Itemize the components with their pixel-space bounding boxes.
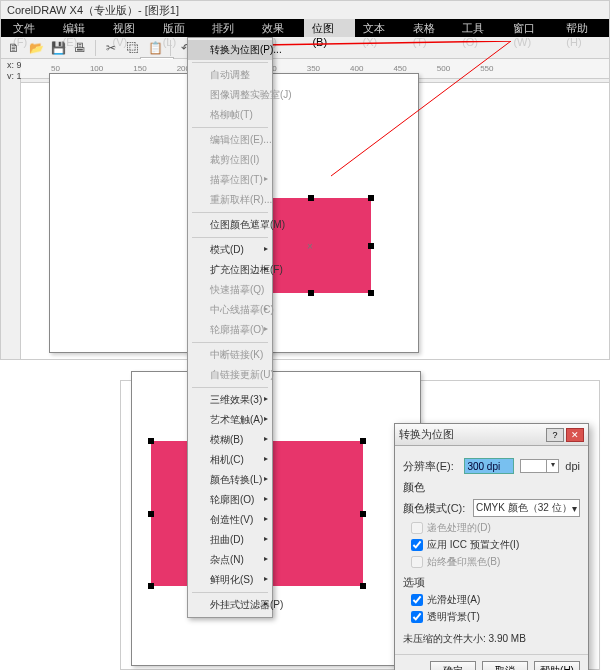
cancel-button[interactable]: 取消 (482, 661, 528, 670)
bitmap-menu-item-2: 自动调整 (188, 65, 272, 85)
h2-tl[interactable] (148, 438, 154, 444)
bitmap-menu-item-6: 编辑位图(E)... (188, 130, 272, 150)
resolution-label: 分辨率(E): (403, 459, 458, 474)
help-button[interactable]: 帮助(H) (534, 661, 580, 670)
dither-checkbox (411, 522, 423, 534)
menu-2[interactable]: 视图(V) (105, 19, 155, 37)
handle-b[interactable] (308, 290, 314, 296)
bitmap-menu-item-11[interactable]: 位图颜色遮罩(M) (188, 215, 272, 235)
new-icon[interactable]: 🗎 (5, 39, 23, 57)
bitmap-menu-item-9: 重新取样(R)... (188, 190, 272, 210)
bitmap-menu-item-27[interactable]: 轮廓图(O)▸ (188, 490, 272, 510)
bitmap-menu: 转换为位图(P)...自动调整图像调整实验室(J)格柳帧(T)编辑位图(E)..… (187, 37, 273, 618)
menu-10[interactable]: 窗口(W) (505, 19, 558, 37)
h2-r[interactable] (360, 511, 366, 517)
menu-11[interactable]: 帮助(H) (558, 19, 609, 37)
bitmap-menu-item-33[interactable]: 外挂式过滤器(P)▸ (188, 595, 272, 615)
dialog-title: 转换为位图 (399, 427, 454, 442)
bitmap-menu-item-25[interactable]: 相机(C)▸ (188, 450, 272, 470)
ok-button[interactable]: 确定 (430, 661, 476, 670)
bitmap-menu-item-4: 格柳帧(T) (188, 105, 272, 125)
resolution-unit-combo[interactable]: ▾ (520, 459, 559, 473)
bitmap-menu-item-22[interactable]: 三维效果(3)▸ (188, 390, 272, 410)
file-size-text: 未压缩的文件大小: 3.90 MB (403, 632, 580, 646)
h2-tr[interactable] (360, 438, 366, 444)
cut-icon[interactable]: ✂ (102, 39, 120, 57)
menu-7[interactable]: 文本(X) (355, 19, 405, 37)
menu-0[interactable]: 文件(F) (5, 19, 55, 37)
menu-6[interactable]: 位图(B) (304, 19, 354, 37)
coreldraw-window: CorelDRAW X4（专业版）- [图形1] 文件(F)编辑(E)视图(V)… (0, 0, 610, 360)
resolution-unit: dpi (565, 460, 580, 472)
app-title: CorelDRAW X4（专业版）- [图形1] (7, 3, 179, 18)
bitmap-menu-item-0[interactable]: 转换为位图(P)... (188, 40, 272, 60)
bitmap-menu-item-19: 中断链接(K) (188, 345, 272, 365)
help-icon[interactable]: ? (546, 428, 564, 442)
bitmap-menu-item-26[interactable]: 颜色转换(L)▸ (188, 470, 272, 490)
menubar: 文件(F)编辑(E)视图(V)版面(L)排列(A)效果(C)位图(B)文本(X)… (1, 19, 609, 37)
resolution-input[interactable] (464, 458, 514, 474)
antialias-checkbox[interactable] (411, 594, 423, 606)
bitmap-menu-item-30[interactable]: 杂点(N)▸ (188, 550, 272, 570)
h2-br[interactable] (360, 583, 366, 589)
bitmap-menu-item-17: 轮廓描摹(O)▸ (188, 320, 272, 340)
menu-3[interactable]: 版面(L) (155, 19, 204, 37)
bitmap-menu-item-7: 裁剪位图(I) (188, 150, 272, 170)
h2-bl[interactable] (148, 583, 154, 589)
bitmap-menu-item-31[interactable]: 鲜明化(S)▸ (188, 570, 272, 590)
bitmap-menu-item-23[interactable]: 艺术笔触(A)▸ (188, 410, 272, 430)
bitmap-menu-item-14[interactable]: 扩充位图边框(F)▸ (188, 260, 272, 280)
bitmap-menu-item-16: 中心线描摹(C)▸ (188, 300, 272, 320)
menu-5[interactable]: 效果(C) (254, 19, 305, 37)
bitmap-menu-item-15: 快速描摹(Q) (188, 280, 272, 300)
h2-l[interactable] (148, 511, 154, 517)
color-mode-label: 颜色模式(C): (403, 501, 467, 516)
convert-to-bitmap-dialog: 转换为位图 ? ✕ 分辨率(E): ▾ dpi 颜色 颜色模式(C): CMYK… (394, 423, 589, 670)
bitmap-menu-item-8: 描摹位图(T)▸ (188, 170, 272, 190)
options-section: 选项 (403, 575, 580, 590)
toolbox[interactable] (1, 79, 21, 359)
handle-tr[interactable] (368, 195, 374, 201)
bitmap-menu-item-24[interactable]: 模糊(B)▸ (188, 430, 272, 450)
color-mode-select[interactable]: CMYK 颜色（32 位）▾ (473, 499, 580, 517)
bitmap-menu-item-28[interactable]: 创造性(V)▸ (188, 510, 272, 530)
overprint-black-checkbox (411, 556, 423, 568)
handle-br[interactable] (368, 290, 374, 296)
handle-t[interactable] (308, 195, 314, 201)
icc-checkbox[interactable] (411, 539, 423, 551)
titlebar: CorelDRAW X4（专业版）- [图形1] (1, 1, 609, 19)
bitmap-menu-item-29[interactable]: 扭曲(D)▸ (188, 530, 272, 550)
save-icon[interactable]: 💾 (49, 39, 67, 57)
menu-1[interactable]: 编辑(E) (55, 19, 105, 37)
workspace[interactable]: × (21, 83, 609, 359)
bitmap-menu-item-13[interactable]: 模式(D)▸ (188, 240, 272, 260)
close-icon[interactable]: ✕ (566, 428, 584, 442)
paste-icon[interactable]: 📋 (146, 39, 164, 57)
menu-4[interactable]: 排列(A) (204, 19, 254, 37)
center-marker: × (307, 241, 313, 252)
color-section: 颜色 (403, 480, 580, 495)
dialog-titlebar[interactable]: 转换为位图 ? ✕ (395, 424, 588, 446)
open-icon[interactable]: 📂 (27, 39, 45, 57)
handle-r[interactable] (368, 243, 374, 249)
bitmap-menu-item-20: 自链接更新(U) (188, 365, 272, 385)
copy-icon[interactable]: ⿻ (124, 39, 142, 57)
menu-9[interactable]: 工具(O) (454, 19, 505, 37)
menu-8[interactable]: 表格(T) (405, 19, 455, 37)
print-icon[interactable]: 🖶 (71, 39, 89, 57)
bitmap-menu-item-3: 图像调整实验室(J) (188, 85, 272, 105)
transparent-bg-checkbox[interactable] (411, 611, 423, 623)
